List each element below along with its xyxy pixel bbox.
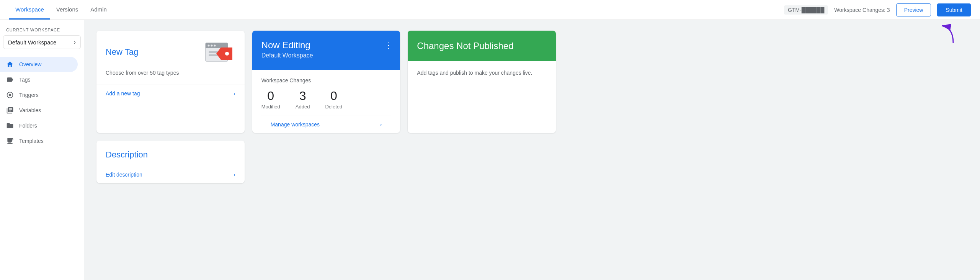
sidebar-item-label: Variables	[19, 107, 41, 113]
changes-numbers: 0 Modified 3 Added 0 Deleted	[261, 89, 391, 116]
not-published-body: Add tags and publish to make your change…	[408, 61, 556, 133]
workspace-selector-name: Default Workspace	[8, 39, 56, 46]
tag-illustration	[205, 40, 235, 64]
workspace-changes-title: Workspace Changes	[261, 77, 391, 84]
more-options-button[interactable]: ⋮	[385, 41, 392, 50]
cards-grid: New Tag	[96, 31, 556, 183]
content-area: New Tag	[84, 20, 980, 280]
now-editing-subtitle: Default Workspace	[261, 52, 313, 59]
submit-button[interactable]: Submit	[937, 3, 971, 16]
added-label: Added	[296, 104, 310, 110]
sidebar-item-tags[interactable]: Tags	[0, 72, 78, 87]
chevron-right-icon: ›	[234, 90, 235, 97]
new-tag-card: New Tag	[96, 31, 245, 133]
now-editing-header: Now Editing Default Workspace ⋮	[252, 31, 400, 70]
svg-point-11	[225, 52, 229, 56]
manage-workspaces-link[interactable]: Manage workspaces ›	[261, 116, 391, 133]
new-tag-card-top: New Tag	[96, 31, 245, 69]
main-layout: CURRENT WORKSPACE Default Workspace › Ov…	[0, 20, 980, 280]
modified-label: Modified	[261, 104, 280, 110]
added-count: 3 Added	[296, 89, 310, 110]
workspace-changes-count: Workspace Changes: 3	[834, 7, 890, 13]
workspace-changes-section: Workspace Changes 0 Modified 3 Added 0 D	[252, 70, 400, 133]
workspace-selector[interactable]: Default Workspace ›	[3, 35, 81, 49]
sidebar-item-templates[interactable]: Templates	[0, 133, 78, 149]
sidebar-item-label: Folders	[19, 123, 37, 129]
description-card: Description Edit description ›	[96, 141, 245, 183]
chevron-right-icon: ›	[234, 172, 235, 178]
modified-number: 0	[267, 89, 274, 103]
not-published-header: Changes Not Published	[408, 31, 556, 61]
deleted-count: 0 Deleted	[325, 89, 342, 110]
gtm-id-badge: GTM-██████	[784, 5, 828, 15]
sidebar-item-folders[interactable]: Folders	[0, 118, 78, 133]
sidebar-item-label: Overview	[19, 61, 41, 67]
nav-right: GTM-██████ Workspace Changes: 3 Preview …	[784, 3, 971, 16]
modified-count: 0 Modified	[261, 89, 280, 110]
now-editing-header-text: Now Editing Default Workspace	[261, 40, 313, 59]
new-tag-title: New Tag	[106, 47, 138, 57]
nav-tabs: Workspace Versions Admin	[9, 0, 113, 20]
new-tag-description: Choose from over 50 tag types	[96, 69, 245, 85]
svg-point-7	[214, 45, 216, 47]
deleted-label: Deleted	[325, 104, 342, 110]
not-published-title: Changes Not Published	[417, 40, 547, 52]
now-editing-card: Now Editing Default Workspace ⋮ Workspac…	[252, 31, 400, 133]
sidebar-item-label: Templates	[19, 138, 44, 144]
edit-description-link[interactable]: Edit description ›	[96, 166, 245, 183]
variable-icon	[6, 106, 14, 114]
svg-point-1	[9, 94, 11, 97]
sidebar: CURRENT WORKSPACE Default Workspace › Ov…	[0, 20, 84, 280]
now-editing-title: Now Editing	[261, 40, 313, 51]
preview-button[interactable]: Preview	[896, 3, 931, 16]
sidebar-item-variables[interactable]: Variables	[0, 103, 78, 118]
tab-versions[interactable]: Versions	[50, 0, 85, 20]
sidebar-item-label: Triggers	[19, 92, 39, 98]
changes-not-published-card: Changes Not Published Add tags and publi…	[408, 31, 556, 133]
template-icon	[6, 137, 14, 145]
sidebar-item-label: Tags	[19, 77, 31, 83]
svg-point-5	[207, 45, 209, 47]
home-icon	[6, 61, 14, 68]
chevron-right-icon: ›	[74, 39, 76, 46]
chevron-right-icon: ›	[380, 121, 382, 128]
tab-workspace[interactable]: Workspace	[9, 0, 50, 20]
trigger-icon	[6, 91, 14, 99]
current-workspace-label: CURRENT WORKSPACE	[0, 25, 84, 34]
deleted-number: 0	[330, 89, 337, 103]
folder-icon	[6, 122, 14, 129]
top-navigation: Workspace Versions Admin GTM-██████ Work…	[0, 0, 980, 20]
description-title: Description	[96, 141, 245, 166]
tab-admin[interactable]: Admin	[84, 0, 113, 20]
add-new-tag-link[interactable]: Add a new tag ›	[96, 85, 245, 102]
added-number: 3	[299, 89, 306, 103]
sidebar-item-overview[interactable]: Overview	[0, 57, 78, 72]
tag-icon	[6, 76, 14, 84]
sidebar-item-triggers[interactable]: Triggers	[0, 87, 78, 103]
svg-point-6	[211, 45, 212, 47]
